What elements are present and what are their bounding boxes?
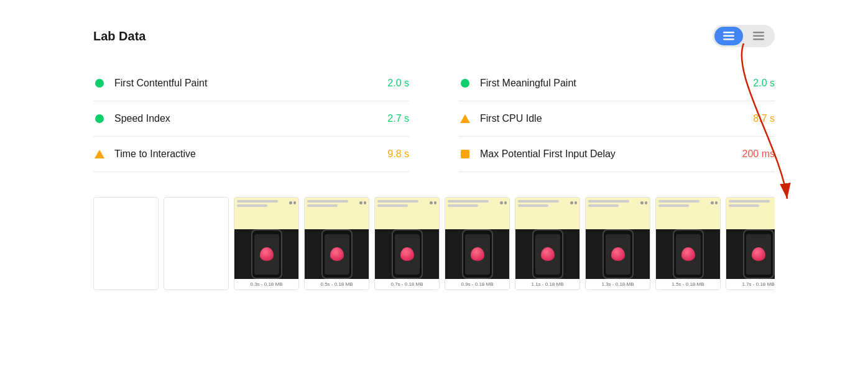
- film-frame-9: 1.5s - 0.18 MB: [655, 197, 721, 290]
- fmp-label: First Meaningful Paint: [480, 78, 741, 89]
- metric-row-fmp: First Meaningful Paint 2.0 s: [459, 66, 775, 101]
- list-view-button[interactable]: [714, 27, 743, 45]
- lab-data-title: Lab Data: [93, 29, 145, 43]
- mpfid-icon: [459, 148, 471, 160]
- film-frame-5: 0.7s - 0.18 MB: [374, 197, 440, 290]
- metric-row-tti: Time to Interactive 9.8 s: [93, 137, 409, 172]
- film-frame-blank-2: [164, 197, 229, 290]
- si-label: Speed Index: [114, 113, 375, 124]
- film-frame-4: 0.5s - 0.18 MB: [304, 197, 369, 290]
- mpfid-value: 200 ms: [730, 148, 775, 160]
- metric-row-fci: First CPU Idle 8.7 s: [459, 101, 775, 137]
- film-frame-blank-1: [93, 197, 159, 290]
- fmp-value: 2.0 s: [741, 78, 775, 89]
- film-frame-6: 0.9s - 0.18 MB: [445, 197, 510, 290]
- metric-row-fcp: First Contentful Paint 2.0 s: [93, 66, 409, 101]
- tti-icon: [93, 148, 106, 160]
- fci-value: 8.7 s: [741, 113, 775, 124]
- tti-value: 9.8 s: [375, 148, 409, 160]
- fcp-value: 2.0 s: [375, 78, 409, 89]
- metric-row-si: Speed Index 2.7 s: [93, 101, 409, 137]
- fmp-icon: [459, 77, 471, 89]
- film-frame-7: 1.1s - 0.18 MB: [515, 197, 580, 290]
- si-icon: [93, 112, 106, 125]
- svg-rect-5: [753, 39, 764, 40]
- fci-icon: [459, 112, 471, 125]
- mpfid-label: Max Potential First Input Delay: [480, 148, 730, 160]
- filmstrip: 0.3s - 0.18 MB: [93, 197, 775, 290]
- view-toggle: [713, 25, 775, 47]
- grid-view-button[interactable]: [744, 27, 773, 45]
- svg-rect-3: [753, 32, 764, 34]
- svg-rect-4: [753, 35, 764, 37]
- tti-label: Time to Interactive: [114, 148, 375, 160]
- svg-rect-1: [723, 35, 734, 37]
- fcp-icon: [93, 77, 106, 89]
- film-frame-10: 1.7s - 0.18 MB: [726, 197, 775, 290]
- svg-rect-0: [723, 32, 734, 34]
- metrics-right-column: First Meaningful Paint 2.0 s First CPU I…: [459, 66, 775, 172]
- metrics-grid: First Contentful Paint 2.0 s Speed Index…: [93, 66, 775, 172]
- metrics-left-column: First Contentful Paint 2.0 s Speed Index…: [93, 66, 409, 172]
- film-frame-8: 1.3s - 0.18 MB: [585, 197, 650, 290]
- film-frame-3: 0.3s - 0.18 MB: [234, 197, 299, 290]
- si-value: 2.7 s: [375, 113, 409, 124]
- fci-label: First CPU Idle: [480, 113, 741, 124]
- fcp-label: First Contentful Paint: [114, 78, 375, 89]
- metric-row-mpfid: Max Potential First Input Delay 200 ms: [459, 137, 775, 172]
- svg-rect-2: [723, 39, 734, 40]
